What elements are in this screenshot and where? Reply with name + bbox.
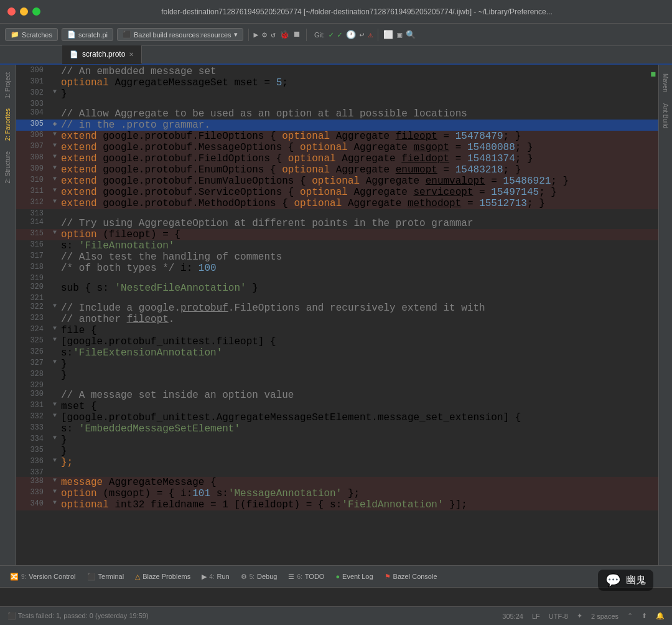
git-undo-icon[interactable]: ↩ xyxy=(360,30,365,40)
event-log-button[interactable]: ● Event Log xyxy=(330,571,378,582)
code-line-325: 325 ▼ [google.protobuf_unittest.fileopt]… xyxy=(16,336,658,347)
structure-panel-button[interactable]: 2: Structure xyxy=(4,146,11,189)
code-line-310: 310 ▼ extend google.protobuf.EnumValueOp… xyxy=(16,176,658,187)
editor-area: 300 // An embedded message set 301 optio… xyxy=(16,65,658,584)
git-tick-icon[interactable]: ✓ xyxy=(337,30,342,40)
git-push-icon[interactable]: ⬆ xyxy=(642,612,647,620)
code-line-332: 332 ▼ [google.protobuf_unittest.Aggregat… xyxy=(16,412,658,423)
event-log-icon: ● xyxy=(335,573,340,580)
split-icon[interactable]: ▣ xyxy=(397,30,402,40)
panel-icon[interactable]: ⬜ xyxy=(383,30,393,40)
minimap-indicator: ◼ xyxy=(651,68,656,79)
toolbar-separator-3 xyxy=(378,29,378,41)
code-line-339: 339 ▼ option (msgopt) = { i:101 s:'Messa… xyxy=(16,488,658,499)
notifications-icon[interactable]: 🔔 xyxy=(656,612,665,620)
code-line-333: 333 s: 'EmbeddedMessageSetElement' xyxy=(16,423,658,435)
ant-build-panel-button[interactable]: Ant Build xyxy=(661,98,670,133)
project-panel-button[interactable]: 1: Project xyxy=(4,67,11,103)
encoding[interactable]: UTF-8 xyxy=(549,613,568,620)
code-line-323: 323 // another fileopt. xyxy=(16,314,658,325)
warning-icon: △ xyxy=(135,573,140,581)
status-right: 305:24 LF UTF-8 ✦ 2 spaces ⌃ ⬆ 🔔 xyxy=(502,612,665,620)
code-line-309: 309 ▼ extend google.protobuf.EnumOptions… xyxy=(16,164,658,176)
window-title: folder-destination71287619495205205774 [… xyxy=(49,7,665,16)
git-label: Git: xyxy=(314,31,325,39)
active-tab[interactable]: 📄 scratch.proto ✕ xyxy=(62,45,142,64)
code-line-319: 319 xyxy=(16,274,658,283)
version-control-button[interactable]: 🔀 9: Version Control xyxy=(5,571,81,583)
todo-button[interactable]: ☰ 6: TODO xyxy=(283,571,329,583)
run-icon[interactable]: ▶ xyxy=(254,30,259,40)
code-line-311: 311 ▼ extend google.protobuf.ServiceOpti… xyxy=(16,187,658,198)
code-line-301: 301 optional AggregateMessageSet mset = … xyxy=(16,77,658,88)
code-line-331: 331 ▼ mset { xyxy=(16,401,658,412)
blaze-problems-button[interactable]: △ Blaze Problems xyxy=(130,571,195,583)
code-line-326: 326 s:'FileExtensionAnnotation' xyxy=(16,347,658,359)
code-line-327: 327 ▼ } xyxy=(16,359,658,370)
search-icon[interactable]: 🔍 xyxy=(406,30,416,40)
status-bar: ⬛ Tests failed: 1, passed: 0 (yesterday … xyxy=(0,606,672,625)
folder-icon: 📁 xyxy=(11,31,19,39)
toolbar-separator-1 xyxy=(248,29,249,41)
main-layout: 1: Project 2: Favorites 2: Structure 300… xyxy=(0,65,672,584)
code-line-334: 334 ▼ } xyxy=(16,435,658,446)
code-editor[interactable]: 300 // An embedded message set 301 optio… xyxy=(16,65,658,584)
favorites-panel-button[interactable]: 2: Favorites xyxy=(4,103,11,146)
code-line-314: 314 // Try using AggregateOption at diff… xyxy=(16,218,658,229)
build-icon[interactable]: ⚙ xyxy=(262,30,267,40)
line-ending[interactable]: LF xyxy=(532,613,540,620)
indent-dropdown-icon[interactable]: ⌃ xyxy=(627,612,633,620)
code-line-302: 302 ▼ } xyxy=(16,88,658,100)
scratches-button[interactable]: 📁 Scratches xyxy=(5,28,58,41)
window-controls xyxy=(7,7,40,16)
maximize-button[interactable] xyxy=(32,7,40,16)
code-line-338: 338 ▼ message AggregateMessage { xyxy=(16,477,658,488)
code-line-305: 305 ◈ // in the .proto grammar. xyxy=(16,120,658,131)
code-line-313: 313 xyxy=(16,209,658,218)
code-line-329: 329 xyxy=(16,381,658,390)
code-line-330: 330 // A message set inside an option va… xyxy=(16,390,658,401)
toolbar-separator-2 xyxy=(306,29,307,41)
cursor-position[interactable]: 305:24 xyxy=(502,613,523,620)
bazel-console-button[interactable]: ⚑ Bazel Console xyxy=(380,571,442,583)
tab-close-icon[interactable]: ✕ xyxy=(129,51,134,58)
close-button[interactable] xyxy=(7,7,16,16)
code-line-328: 328 } xyxy=(16,370,658,381)
test-status: Tests failed: 1, passed: 0 (yesterday 19… xyxy=(18,612,149,619)
terminal-button[interactable]: ⬛ Terminal xyxy=(82,571,129,583)
maven-panel-button[interactable]: Maven xyxy=(661,68,670,97)
run-button[interactable]: ▶ 4: Run xyxy=(197,571,235,583)
wechat-icon: 💬 xyxy=(605,573,621,588)
bazel-build-button[interactable]: ⬛ Bazel build resources:resources ▾ xyxy=(117,28,243,41)
code-line-312: 312 ▼ extend google.protobuf.MethodOptio… xyxy=(16,198,658,209)
code-line-307: 307 ▼ extend google.protobuf.MessageOpti… xyxy=(16,142,658,153)
minimize-button[interactable] xyxy=(20,7,28,16)
version-control-icon: 🔀 xyxy=(10,573,19,581)
debug-icon[interactable]: 🐞 xyxy=(279,30,289,40)
tab-bar: 📄 scratch.proto ✕ xyxy=(0,46,672,65)
git-clock-icon[interactable]: 🕐 xyxy=(346,30,356,40)
stop-icon[interactable]: ⏹ xyxy=(293,30,301,39)
debug-icon: ⚙ xyxy=(241,573,247,581)
code-line-316: 316 s: 'FileAnnotation' xyxy=(16,240,658,251)
reload-icon[interactable]: ↺ xyxy=(271,30,276,40)
code-line-322: 322 ▼ // Include a google.protobuf.FileO… xyxy=(16,303,658,314)
code-line-324: 324 ▼ file { xyxy=(16,325,658,336)
toolbar: 📁 Scratches 📄 scratch.pi ⬛ Bazel build r… xyxy=(0,24,672,46)
wechat-label: 幽鬼 xyxy=(626,574,646,587)
status-message: ⬛ Tests failed: 1, passed: 0 (yesterday … xyxy=(7,612,502,620)
code-line-318: 318 /* of both types */ i: 100 xyxy=(16,263,658,274)
proto-file-icon: 📄 xyxy=(70,50,78,59)
wechat-watermark: 💬 幽鬼 xyxy=(598,570,653,591)
file-icon: 📄 xyxy=(67,31,76,39)
git-checkmark-icon[interactable]: ✓ xyxy=(329,30,334,40)
scratch-pi-button[interactable]: 📄 scratch.pi xyxy=(62,28,113,41)
dropdown-icon: ▾ xyxy=(234,31,238,39)
git-warning-icon[interactable]: ⚠ xyxy=(368,30,373,40)
indent-setting[interactable]: 2 spaces xyxy=(591,613,618,620)
debug-button[interactable]: ⚙ 5: Debug xyxy=(236,571,282,583)
code-line-317: 317 // Also test the handling of comment… xyxy=(16,251,658,263)
left-sidebar: 1: Project 2: Favorites 2: Structure xyxy=(0,65,16,584)
code-line-321: 321 xyxy=(16,294,658,303)
bottom-toolbar: 🔀 9: Version Control ⬛ Terminal △ Blaze … xyxy=(0,565,672,588)
